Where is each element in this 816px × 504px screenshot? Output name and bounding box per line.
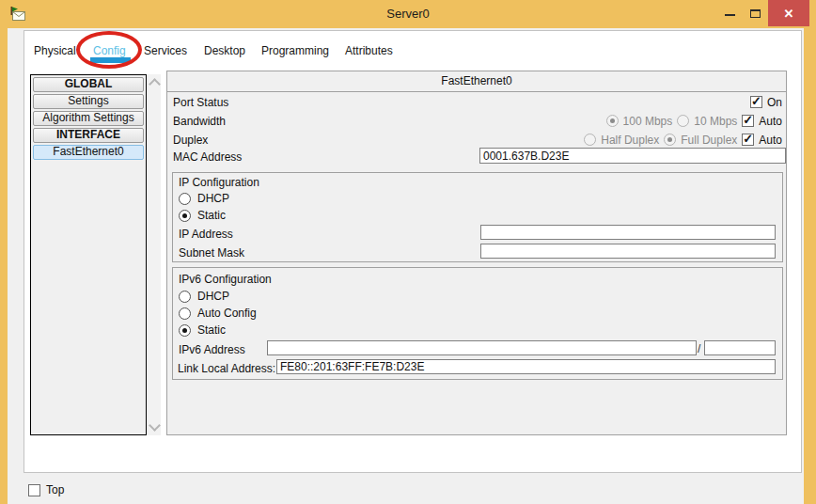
ipv6-dhcp-label: DHCP: [197, 290, 229, 303]
bandwidth-10mbps-label: 10 Mbps: [694, 115, 737, 128]
ipv6-dhcp-option: DHCP: [179, 290, 229, 303]
ipv6-configuration-group: IPv6 Configuration DHCP Auto Config Stat…: [172, 267, 783, 380]
tab-page: Physical Config Services Desktop Program…: [24, 30, 802, 473]
interface-panel: FastEthernet0 Port Status On Bandwidth 1…: [166, 71, 787, 435]
subnet-mask-input[interactable]: [480, 244, 776, 259]
tab-config[interactable]: Config: [93, 44, 126, 57]
window-title: Server0: [0, 0, 816, 28]
config-sidebar: GLOBAL Settings Algorithm Settings INTER…: [30, 74, 147, 435]
ipv6-autoconfig-label: Auto Config: [197, 307, 257, 320]
active-tab-underline: [90, 57, 131, 63]
duplex-half-radio[interactable]: [584, 134, 596, 146]
ipv6-prefix-separator: /: [698, 342, 700, 355]
ipv6-configuration-title: IPv6 Configuration: [179, 273, 272, 286]
ipv6-static-label: Static: [197, 323, 226, 337]
tab-physical[interactable]: Physical: [34, 44, 76, 57]
window-controls: ✕: [717, 0, 809, 26]
ipv6-static-option: Static: [179, 323, 226, 337]
port-status-on-checkbox[interactable]: [750, 96, 762, 108]
ip-dhcp-option: DHCP: [179, 192, 229, 205]
ip-static-label: Static: [197, 209, 226, 222]
minimize-button[interactable]: [717, 0, 743, 26]
minimize-icon: [725, 14, 735, 16]
ipv6-static-radio[interactable]: [179, 324, 191, 337]
subnet-mask-label: Subnet Mask: [179, 246, 244, 260]
sidebar-item-settings[interactable]: Settings: [33, 94, 144, 109]
top-checkbox[interactable]: [28, 484, 40, 496]
ip-configuration-title: IP Configuration: [179, 176, 259, 189]
ipv6-dhcp-radio[interactable]: [179, 291, 191, 303]
duplex-auto-label: Auto: [759, 134, 782, 147]
bandwidth-label: Bandwidth: [173, 115, 226, 128]
ipv6-address-label: IPv6 Address: [179, 343, 245, 356]
top-option: Top: [28, 483, 64, 496]
duplex-label: Duplex: [173, 134, 208, 147]
ip-configuration-group: IP Configuration DHCP Static IP Address …: [172, 172, 783, 262]
ipv6-autoconfig-radio[interactable]: [179, 307, 191, 320]
close-icon: ✕: [784, 8, 794, 20]
port-status-on-label: On: [767, 96, 782, 109]
bandwidth-auto-checkbox[interactable]: [742, 115, 754, 127]
tab-services[interactable]: Services: [144, 44, 187, 57]
duplex-auto-checkbox[interactable]: [742, 134, 754, 146]
bandwidth-10mbps-radio[interactable]: [677, 115, 689, 127]
sidebar-scrollbar[interactable]: [148, 74, 161, 435]
duplex-full-label: Full Duplex: [681, 134, 737, 147]
bandwidth-row: Bandwidth 100 Mbps 10 Mbps Auto: [167, 113, 786, 129]
ip-address-label: IP Address: [179, 228, 233, 241]
ipv6-prefix-input[interactable]: [704, 340, 776, 355]
close-button[interactable]: ✕: [768, 0, 809, 26]
sidebar-item-global[interactable]: GLOBAL: [33, 77, 144, 92]
port-status-label: Port Status: [173, 96, 228, 109]
mac-address-label: MAC Address: [173, 150, 242, 164]
sidebar-item-interface[interactable]: INTERFACE: [33, 128, 144, 143]
title-bar: Server0 ✕: [0, 0, 816, 28]
link-local-address-label: Link Local Address:: [178, 362, 275, 375]
ip-static-radio[interactable]: [179, 210, 191, 222]
ip-static-option: Static: [179, 209, 226, 222]
window: Server0 ✕ Physical Config Services Deskt…: [0, 0, 816, 504]
mac-address-input[interactable]: [479, 148, 786, 164]
port-status-row: Port Status On: [167, 94, 786, 110]
tab-attributes[interactable]: Attributes: [345, 44, 393, 57]
tab-programming[interactable]: Programming: [261, 44, 329, 57]
maximize-button[interactable]: [743, 0, 768, 26]
ip-dhcp-label: DHCP: [197, 192, 229, 205]
ip-dhcp-radio[interactable]: [179, 193, 191, 205]
sidebar-item-algorithm-settings[interactable]: Algorithm Settings: [33, 111, 144, 126]
client-area: Physical Config Services Desktop Program…: [8, 28, 804, 504]
chevron-up-icon[interactable]: [149, 78, 161, 90]
chevron-down-icon[interactable]: [149, 419, 161, 432]
maximize-icon: [750, 9, 761, 18]
bandwidth-100mbps-radio[interactable]: [606, 115, 619, 127]
duplex-full-radio[interactable]: [664, 134, 676, 146]
sidebar-item-fastethernet0[interactable]: FastEthernet0: [33, 145, 144, 160]
link-local-address-input[interactable]: [276, 359, 776, 374]
ip-address-input[interactable]: [480, 225, 776, 240]
duplex-row: Duplex Half Duplex Full Duplex Auto: [167, 132, 786, 148]
ipv6-autoconfig-option: Auto Config: [179, 307, 257, 320]
ipv6-address-input[interactable]: [267, 340, 697, 355]
panel-header: FastEthernet0: [167, 71, 786, 92]
bandwidth-auto-label: Auto: [759, 115, 782, 128]
duplex-half-label: Half Duplex: [601, 134, 659, 147]
tab-desktop[interactable]: Desktop: [204, 44, 245, 57]
bandwidth-100mbps-label: 100 Mbps: [623, 115, 673, 128]
top-label: Top: [46, 483, 64, 496]
